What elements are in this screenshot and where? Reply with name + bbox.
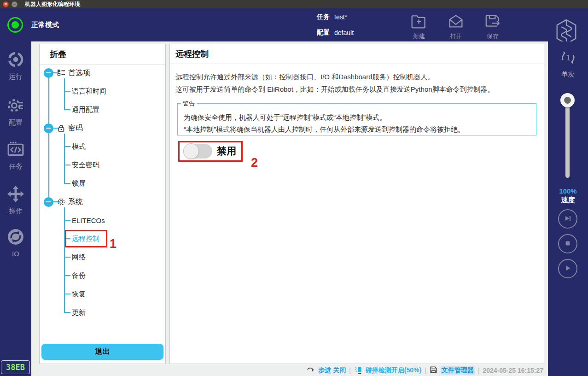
step-forward-icon: [563, 213, 573, 225]
move-arrows-icon: [7, 185, 24, 205]
speed-label: 速度: [548, 196, 588, 205]
mode-status-dot: [12, 21, 19, 29]
mode-status-icon: [7, 17, 23, 33]
nav-item-task[interactable]: 任务: [0, 141, 31, 171]
tree-item-safety-password[interactable]: 安全密码: [40, 156, 165, 174]
nav-item-io[interactable]: IO: [0, 228, 31, 258]
collision-detection-status[interactable]: 碰撞检测开启(50%): [366, 366, 421, 375]
play-icon: [563, 263, 573, 275]
task-row: 任务 test*: [317, 13, 347, 21]
nav-item-run-label: 运行: [9, 72, 23, 81]
run-icon: [7, 51, 24, 70]
lock-icon: [57, 124, 65, 132]
tree-item-preferences[interactable]: 首选项: [40, 64, 165, 82]
step-forward-button[interactable]: [558, 209, 577, 229]
speed-slider-knob[interactable]: [560, 93, 575, 107]
statusbar-separator: |: [349, 367, 351, 374]
annotation-number-2: 2: [251, 156, 258, 170]
nav-item-operate-label: 操作: [9, 207, 23, 216]
nav-item-config[interactable]: 配置: [0, 97, 31, 127]
nav-item-task-label: 任务: [9, 162, 23, 171]
system-gear-icon: [57, 198, 65, 206]
task-code-icon: [7, 141, 24, 160]
step-mode-status[interactable]: 步进 关闭: [318, 366, 346, 375]
config-gear-icon: [7, 97, 24, 116]
save-button-label: 保存: [487, 32, 499, 41]
tree-item-elitecos[interactable]: ELITECOs: [40, 211, 165, 229]
file-manager-link[interactable]: 文件管理器: [441, 366, 475, 375]
new-button[interactable]: 新建: [404, 14, 434, 41]
right-control-rail: 1 单次 100% 速度: [548, 41, 588, 376]
open-file-icon: [448, 14, 464, 30]
os-titlebar: ✕ − 机器人图形化编程环境: [0, 0, 588, 8]
tree-item-system[interactable]: 系统: [40, 193, 165, 211]
description-text: 远程控制允许通过外部来源（如：控制器接口、I/O 和Dashboard服务）控制…: [175, 70, 495, 95]
statusbar-timestamp: 2024-05-25 16:15:27: [483, 367, 543, 374]
step-mode-icon: [307, 366, 315, 375]
tree-item-backup[interactable]: 备份: [40, 266, 165, 285]
tree-item-network[interactable]: 网络: [40, 248, 165, 266]
collapse-node-icon[interactable]: [44, 123, 53, 133]
annotation-number-1: 1: [110, 237, 116, 251]
play-button[interactable]: [558, 259, 577, 278]
stop-button[interactable]: [558, 234, 577, 253]
page-title: 远程控制: [175, 48, 209, 59]
window-title: 机器人图形化编程环境: [25, 0, 80, 8]
tree-item-restore[interactable]: 恢复: [40, 285, 165, 303]
nav-item-io-label: IO: [12, 250, 19, 258]
title-divider: [170, 64, 544, 64]
collision-detection-icon: [354, 366, 362, 376]
app-header: 正常模式 任务 test* 配置 default 新建 打开: [0, 8, 588, 41]
svg-text:1: 1: [565, 53, 570, 62]
nav-item-config-label: 配置: [9, 118, 23, 127]
warning-line-1: 为确保安全使用，机器人可处于“远程控制”模式或“本地控制”模式。: [184, 112, 465, 123]
tree-item-password-label: 密码: [68, 123, 83, 133]
tree-collapse-header[interactable]: 折叠: [50, 49, 66, 60]
stop-icon: [563, 238, 573, 250]
window-minimize-icon[interactable]: −: [12, 1, 17, 7]
file-manager-icon: [430, 366, 437, 375]
tree-item-general-config[interactable]: 通用配置: [40, 100, 165, 119]
warning-text: 为确保安全使用，机器人可处于“远程控制”模式或“本地控制”模式。 “本地控制”模…: [184, 112, 465, 135]
save-button[interactable]: 保存: [478, 14, 507, 41]
new-button-label: 新建: [413, 32, 425, 41]
task-label: 任务: [317, 13, 330, 21]
remote-control-panel: 远程控制 远程控制允许通过外部来源（如：控制器接口、I/O 和Dashboard…: [169, 44, 544, 364]
tree-item-lock-screen[interactable]: 锁屏: [40, 174, 165, 193]
statusbar-separator: |: [478, 367, 480, 374]
annotation-box-2: [178, 141, 243, 162]
new-file-icon: [411, 14, 427, 30]
tree-item-password[interactable]: 密码: [40, 119, 165, 137]
description-line-2: 这可被用于发送简单的命令到 EliRobot，比如：开始或加载任务以及直接发送P…: [175, 83, 495, 95]
speed-slider-track[interactable]: [565, 100, 570, 178]
warning-line-2: “本地控制”模式将确保当机器人由人控制时，任何从外部来源发送到控制器的命令将被拒…: [184, 123, 465, 135]
config-row: 配置 default: [317, 29, 354, 37]
io-sync-icon: [7, 228, 24, 247]
description-line-1: 远程控制允许通过外部来源（如：控制器接口、I/O 和Dashboard服务）控制…: [175, 70, 495, 83]
tree-item-system-label: 系统: [68, 197, 83, 207]
window-close-icon[interactable]: ✕: [3, 1, 9, 7]
single-run-label: 单次: [562, 70, 575, 79]
open-button[interactable]: 打开: [441, 14, 471, 41]
nav-item-run[interactable]: 运行: [0, 51, 31, 81]
tree-item-language-time[interactable]: 语言和时间: [40, 82, 165, 100]
settings-tree-panel: 折叠 首选项 语言和时间 通用配置: [39, 44, 166, 364]
collapse-node-icon[interactable]: [44, 197, 53, 207]
preferences-icon: [57, 69, 65, 77]
config-value: default: [334, 29, 354, 36]
statusbar-separator: |: [425, 367, 426, 374]
open-button-label: 打开: [450, 32, 462, 41]
warning-legend: 警告: [181, 100, 197, 108]
tree-item-update[interactable]: 更新: [40, 303, 165, 322]
annotation-box-1: [65, 230, 107, 247]
mode-label: 正常模式: [31, 21, 59, 29]
nav-item-operate[interactable]: 操作: [0, 185, 31, 216]
tree-item-mode[interactable]: 模式: [40, 137, 165, 156]
status-bar: 步进 关闭 | 碰撞检测开启(50%) | 文件管理器 | 2024-05-25…: [92, 365, 543, 376]
task-value: test*: [334, 13, 347, 21]
exit-button[interactable]: 退出: [41, 344, 163, 360]
speed-value: 100%: [548, 187, 588, 195]
collapse-node-icon[interactable]: [44, 68, 53, 78]
config-label: 配置: [317, 29, 330, 37]
single-run-control[interactable]: 1 单次: [548, 48, 588, 79]
